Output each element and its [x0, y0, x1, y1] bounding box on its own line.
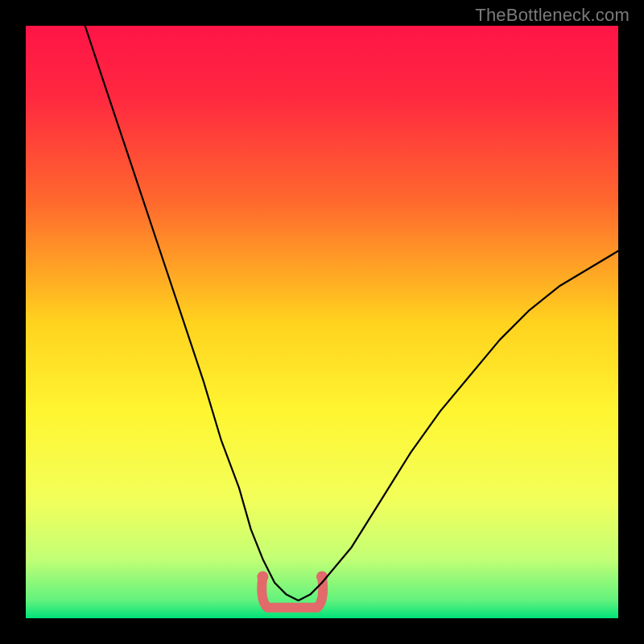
plot-svg: [26, 26, 618, 618]
flat-zone-endcap: [257, 571, 268, 582]
chart-frame: TheBottleneck.com: [0, 0, 644, 644]
bottleneck-plot: [26, 26, 618, 618]
watermark-text: TheBottleneck.com: [475, 5, 630, 26]
